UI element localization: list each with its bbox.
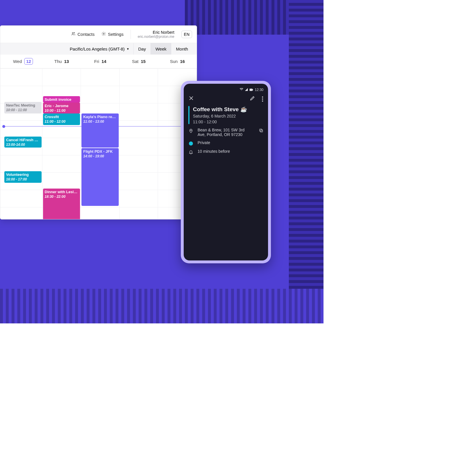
contacts-link[interactable]: Contacts [71, 31, 94, 37]
calendar-grid[interactable]: NewTec Meeting 10:00 - 11:00 Cancel HiFr… [0, 68, 197, 219]
day-header-thu[interactable]: Thu 13 [42, 55, 81, 68]
event-newtec[interactable]: NewTec Meeting 10:00 - 11:00 [4, 102, 42, 113]
event-hours: 11:00 - 12:00 [45, 120, 66, 124]
event-topbar [188, 95, 263, 103]
contacts-icon [71, 31, 76, 37]
event-reminder-row: 10 minutes before [188, 149, 263, 155]
more-icon[interactable] [262, 96, 263, 102]
event-eric-jerome[interactable]: Eric - Jerome 10:00 - 11:00 [43, 103, 80, 113]
event-title: NewTec Meeting [6, 103, 40, 108]
day-columns: NewTec Meeting 10:00 - 11:00 Cancel HiFr… [0, 68, 197, 219]
svg-rect-3 [250, 89, 252, 91]
phone-frame: 12:30 Coffee with Steve ☕ [181, 81, 271, 263]
event-hours: 13:00-14:00 [6, 143, 25, 147]
event-hours: 10:00 - 11:00 [45, 109, 66, 113]
event-cancel-hifresh[interactable]: Cancel HiFresh s… 13:00-14:00 [4, 137, 42, 148]
event-location: Bean & Brew, 101 SW 3rd Ave, Portland, O… [198, 128, 252, 137]
event-kayla-piano[interactable]: Kayla's Piano reci… 11:00 - 13:00 [81, 113, 119, 148]
calendar-window: Contacts Settings Eric Norbert eric.norb… [0, 25, 197, 219]
user-name: Eric Norbert [153, 30, 174, 35]
battery-icon [250, 88, 253, 92]
day-header-sun[interactable]: Sun 16 [158, 55, 197, 68]
day-label: Sat [132, 59, 139, 64]
event-reminder: 10 minutes before [198, 149, 230, 154]
day-label: Fri [94, 59, 99, 64]
col-fri[interactable]: Kayla's Piano reci… 11:00 - 13:00 Flight… [81, 68, 120, 219]
now-indicator [4, 126, 197, 126]
event-location-row: Bean & Brew, 101 SW 3rd Ave, Portland, O… [188, 128, 263, 137]
view-tab-month[interactable]: Month [171, 43, 193, 55]
svg-point-5 [262, 96, 263, 98]
event-title: Flight PDX - JFK [83, 149, 117, 154]
separator [131, 30, 131, 39]
event-title: Kayla's Piano reci… [83, 115, 117, 119]
status-time: 12:30 [255, 88, 263, 92]
event-title: Eric - Jerome [45, 104, 79, 108]
edit-icon[interactable] [250, 95, 255, 103]
status-bar: 12:30 [188, 88, 263, 92]
svg-point-2 [103, 33, 104, 34]
copy-icon[interactable] [259, 128, 263, 134]
timezone-label: Pacific/Los Angeles (GMT-8) [70, 46, 125, 51]
col-thu[interactable]: Submit invoice Eric - Jerome 10:00 - 11:… [42, 68, 81, 219]
calendar-color-dot [189, 141, 193, 146]
svg-rect-9 [260, 130, 263, 132]
view-tab-day[interactable]: Day [133, 43, 151, 55]
day-header-sat[interactable]: Sat 15 [120, 55, 158, 68]
contacts-label: Contacts [77, 32, 94, 37]
svg-point-7 [262, 100, 263, 102]
view-tab-week[interactable]: Week [150, 43, 171, 55]
event-title: Cancel HiFresh s… [6, 138, 40, 142]
viewbar: Pacific/Los Angeles (GMT-8) ▼ Day Week M… [0, 43, 197, 55]
day-label: Wed [13, 59, 22, 64]
event-hours: 16:00 - 17:00 [6, 177, 27, 181]
svg-rect-10 [260, 129, 262, 131]
day-label: Sun [170, 59, 178, 64]
language-selector[interactable]: EN [181, 31, 192, 38]
bg-pixel-right [289, 0, 323, 323]
day-number: 15 [141, 59, 146, 64]
bell-icon [188, 149, 194, 155]
event-title: Volunteering [6, 172, 40, 177]
timezone-selector[interactable]: Pacific/Los Angeles (GMT-8) ▼ [66, 46, 133, 51]
event-visibility-row: Private [188, 140, 263, 146]
event-title: Submit invoice [45, 97, 79, 102]
event-flight-pdx-jfk[interactable]: Flight PDX - JFK 14:00 - 19:00 [81, 148, 119, 206]
day-number-today: 12 [24, 58, 33, 65]
col-sat[interactable] [120, 68, 158, 219]
gear-icon [101, 31, 106, 37]
chevron-down-icon: ▼ [127, 47, 129, 51]
day-label: Thu [54, 59, 62, 64]
day-header-wed[interactable]: Wed 12 [4, 55, 42, 68]
svg-point-8 [190, 130, 191, 131]
day-header-fri[interactable]: Fri 14 [81, 55, 120, 68]
event-header: Coffee with Steve ☕ Saturday, 6 March 20… [188, 106, 263, 124]
close-icon[interactable] [188, 95, 194, 103]
svg-rect-4 [252, 89, 253, 90]
user-block[interactable]: Eric Norbert eric.norbert@proton.me [138, 30, 174, 39]
event-date: Saturday, 6 March 2022 [193, 114, 247, 118]
day-number: 16 [180, 59, 185, 64]
settings-link[interactable]: Settings [101, 31, 123, 37]
event-title: Crossfit [45, 115, 79, 119]
user-email: eric.norbert@proton.me [138, 35, 174, 39]
signal-icon [245, 88, 248, 92]
event-volunteering[interactable]: Volunteering 16:00 - 17:00 [4, 171, 42, 183]
pin-icon [188, 128, 194, 133]
event-accent-bar [188, 106, 189, 124]
event-crossfit[interactable]: Crossfit 11:00 - 12:00 [43, 113, 80, 125]
event-hours: 11:00 - 13:00 [83, 120, 104, 124]
phone-screen: 12:30 Coffee with Steve ☕ [184, 84, 268, 260]
event-submit-invoice[interactable]: Submit invoice [43, 96, 80, 103]
event-title: Coffee with Steve ☕ [193, 106, 247, 113]
event-hours: 14:00 - 19:00 [83, 154, 104, 158]
event-title: Dinner with Leslie… [45, 190, 79, 194]
day-header-row: Wed 12 Thu 13 Fri 14 Sat 15 Sun 16 [0, 55, 197, 68]
event-dinner-leslie[interactable]: Dinner with Leslie… 18:30 - 22:00 [43, 189, 80, 219]
event-visibility: Private [198, 140, 210, 145]
event-time: 11:00 - 12:00 [193, 120, 247, 124]
col-wed[interactable]: NewTec Meeting 10:00 - 11:00 Cancel HiFr… [4, 68, 42, 219]
svg-point-6 [262, 98, 263, 100]
settings-label: Settings [108, 32, 123, 37]
day-number: 14 [101, 59, 106, 64]
